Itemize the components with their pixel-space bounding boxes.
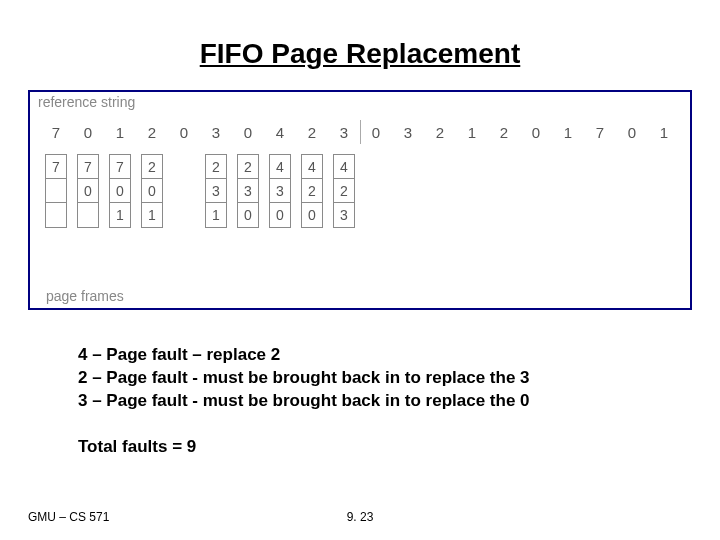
frame-slot [392, 154, 424, 228]
reference-value: 1 [456, 124, 488, 141]
frame-cell: 3 [206, 179, 226, 203]
page-frames-label: page frames [46, 288, 124, 304]
note-line: 3 – Page fault - must be brought back in… [78, 390, 720, 413]
frame-slot: 701 [104, 154, 136, 228]
frame-slot [616, 154, 648, 228]
frame-slot: 423 [328, 154, 360, 228]
footer-slide-number: 9. 23 [0, 510, 720, 524]
frame-slot [648, 154, 680, 228]
reference-value: 2 [136, 124, 168, 141]
reference-divider [360, 120, 361, 144]
frame-column: 231 [205, 154, 227, 228]
reference-value: 2 [424, 124, 456, 141]
frame-column: 701 [109, 154, 131, 228]
frame-cell: 4 [302, 155, 322, 179]
reference-value: 0 [520, 124, 552, 141]
frame-slot: 201 [136, 154, 168, 228]
reference-value: 1 [104, 124, 136, 141]
reference-value: 3 [392, 124, 424, 141]
frame-column: 420 [301, 154, 323, 228]
reference-value: 2 [488, 124, 520, 141]
frame-slot: 230 [232, 154, 264, 228]
frame-cell: 2 [334, 179, 354, 203]
frame-slot: 231 [200, 154, 232, 228]
reference-value: 0 [360, 124, 392, 141]
frame-slot: 70 [72, 154, 104, 228]
frame-cell: 7 [78, 155, 98, 179]
reference-value: 7 [40, 124, 72, 141]
reference-value: 1 [552, 124, 584, 141]
frame-slot [360, 154, 392, 228]
frame-cell: 3 [238, 179, 258, 203]
frame-column: 201 [141, 154, 163, 228]
frame-cell: 0 [110, 179, 130, 203]
reference-string-label: reference string [38, 94, 135, 110]
reference-value: 1 [648, 124, 680, 141]
frame-cell [46, 179, 66, 203]
frame-slot [584, 154, 616, 228]
total-faults: Total faults = 9 [78, 437, 720, 457]
frame-cell: 0 [302, 203, 322, 227]
reference-value: 0 [616, 124, 648, 141]
reference-value: 0 [72, 124, 104, 141]
frame-slot [456, 154, 488, 228]
page-frames-area: 770701201231230430420423 [40, 154, 680, 228]
frame-cell: 7 [110, 155, 130, 179]
frame-column: 7 [45, 154, 67, 228]
frame-cell: 2 [238, 155, 258, 179]
page-title: FIFO Page Replacement [0, 38, 720, 70]
frame-slot: 7 [40, 154, 72, 228]
frame-cell: 4 [334, 155, 354, 179]
frame-slot: 430 [264, 154, 296, 228]
frame-slot [168, 154, 200, 228]
frame-cell: 0 [270, 203, 290, 227]
frame-slot [520, 154, 552, 228]
frame-cell: 0 [142, 179, 162, 203]
frame-cell: 4 [270, 155, 290, 179]
frame-slot [424, 154, 456, 228]
frame-cell: 0 [238, 203, 258, 227]
frame-cell: 1 [110, 203, 130, 227]
reference-value: 2 [296, 124, 328, 141]
frame-cell: 0 [78, 179, 98, 203]
reference-value: 0 [168, 124, 200, 141]
frame-cell: 2 [206, 155, 226, 179]
reference-value: 4 [264, 124, 296, 141]
reference-value: 3 [200, 124, 232, 141]
frame-cell: 2 [142, 155, 162, 179]
frame-cell: 3 [270, 179, 290, 203]
frame-slot [552, 154, 584, 228]
frame-column: 230 [237, 154, 259, 228]
reference-value: 0 [232, 124, 264, 141]
fault-notes: 4 – Page fault – replace 2 2 – Page faul… [78, 344, 720, 413]
frame-slot: 420 [296, 154, 328, 228]
reference-value: 3 [328, 124, 360, 141]
frame-cell: 1 [142, 203, 162, 227]
frame-cell: 7 [46, 155, 66, 179]
frame-cell [46, 203, 66, 227]
frame-cell: 3 [334, 203, 354, 227]
reference-value: 7 [584, 124, 616, 141]
frame-column: 70 [77, 154, 99, 228]
note-line: 2 – Page fault - must be brought back in… [78, 367, 720, 390]
frame-column: 423 [333, 154, 355, 228]
frame-column: 430 [269, 154, 291, 228]
frame-cell: 1 [206, 203, 226, 227]
frame-cell [78, 203, 98, 227]
frame-cell: 2 [302, 179, 322, 203]
fifo-diagram: reference string 70120304230321201701 77… [28, 90, 692, 310]
note-line: 4 – Page fault – replace 2 [78, 344, 720, 367]
frame-slot [488, 154, 520, 228]
